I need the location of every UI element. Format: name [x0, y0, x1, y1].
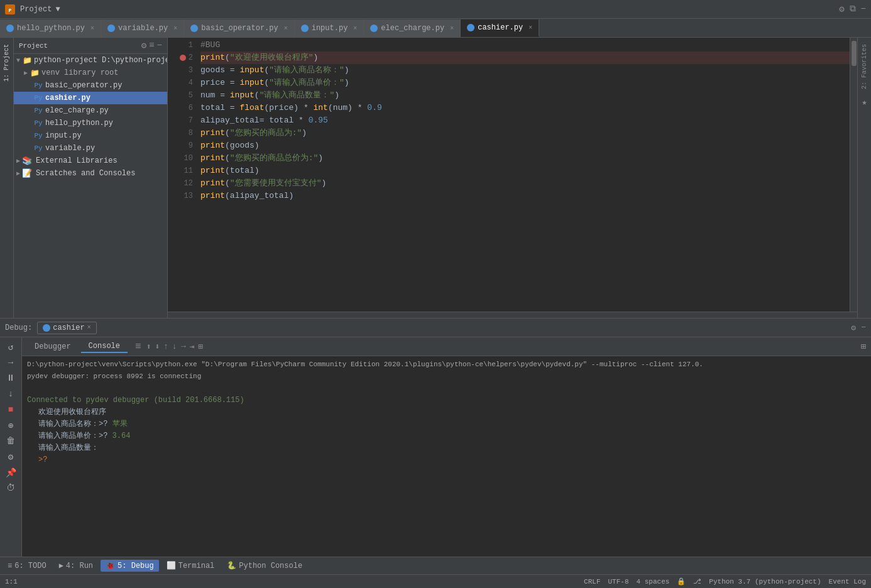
- python-console-tab[interactable]: 🐍 Python Console: [222, 560, 307, 572]
- tab-elec-charge[interactable]: elec_charge.py ×: [364, 19, 461, 37]
- left-vertical-strip: 1: Project: [0, 38, 14, 318]
- rerun-icon[interactable]: ↺: [4, 340, 18, 354]
- console-line-connected: Connected to pydev debugger (build 201.6…: [27, 395, 866, 406]
- console-line-quantity: 请输入商品数量：: [27, 442, 866, 454]
- tab-close-cashier[interactable]: ×: [529, 24, 532, 31]
- code-line-4: price = input("请输入商品单价："): [200, 77, 850, 89]
- console-line-1: D:\python-project\venv\Scripts\python.ex…: [27, 359, 866, 371]
- terminal-tab[interactable]: ⬜ Terminal: [162, 560, 220, 572]
- scratches-label: Scratches and Consoles: [36, 169, 135, 178]
- debug-session-tab[interactable]: cashier ×: [37, 322, 96, 334]
- debug-session-close[interactable]: ×: [87, 324, 91, 331]
- tree-item-variable[interactable]: Py variable.py: [14, 142, 167, 155]
- status-line-ending[interactable]: CRLF: [584, 578, 600, 585]
- tab-input[interactable]: input.py ×: [295, 19, 364, 37]
- tab-close-basic[interactable]: ×: [284, 25, 288, 32]
- project-vert-tab[interactable]: 1: Project: [2, 40, 11, 85]
- code-line-3: goods = input("请输入商品名称："): [200, 64, 850, 77]
- debug-options-icon[interactable]: ⊕: [4, 418, 18, 432]
- step-into2-icon[interactable]: ↓: [172, 342, 177, 352]
- stop-icon[interactable]: ■: [4, 403, 18, 416]
- tab-close-input[interactable]: ×: [353, 25, 357, 32]
- tree-item-input[interactable]: Py input.py: [14, 129, 167, 142]
- code-line-12: print("您需要使用支付宝支付"): [200, 177, 850, 190]
- tab-close-hello[interactable]: ×: [90, 25, 94, 32]
- pin-icon[interactable]: 📌: [4, 466, 18, 479]
- tree-item-venv[interactable]: ▶ 📁 venv library root: [14, 67, 167, 79]
- clear-icon[interactable]: 🗑: [4, 434, 18, 448]
- tab-close-elec[interactable]: ×: [450, 25, 454, 32]
- sidebar: Project ⚙ ≡ − ▼ 📁 python-project D:\pyth…: [14, 38, 168, 318]
- tree-item-cashier[interactable]: Py cashier.py: [14, 92, 167, 104]
- code-editor[interactable]: #BUG print("欢迎使用收银台程序") goods = input("请…: [198, 38, 850, 312]
- status-line-col[interactable]: 1:1: [5, 578, 18, 585]
- tab-console[interactable]: Console: [81, 340, 128, 353]
- vertical-scrollbar[interactable]: [850, 38, 857, 312]
- horizontal-scrollbar[interactable]: [168, 312, 857, 318]
- todo-tab[interactable]: ≡ 6: TODO: [3, 560, 52, 572]
- sidebar-hide-icon[interactable]: ≡: [149, 40, 154, 51]
- split-icon[interactable]: ⧉: [850, 4, 856, 14]
- tab-basic-operator[interactable]: basic_operator.py ×: [184, 19, 294, 37]
- external-libs-label: External Libraries: [36, 156, 118, 165]
- status-python-version[interactable]: Python 3.7 (python-project): [709, 578, 821, 585]
- layout-icon[interactable]: ⊞: [861, 341, 866, 352]
- folder-icon: 📁: [30, 68, 40, 78]
- run-tab[interactable]: ▶ 4: Run: [54, 560, 98, 572]
- nav-down-icon[interactable]: ⬇: [155, 342, 160, 352]
- step-out-icon[interactable]: ↑: [163, 342, 168, 352]
- py-icon: [6, 24, 14, 32]
- step-over-icon[interactable]: →: [4, 356, 18, 369]
- tree-item-scratches[interactable]: ▶ 📝 Scratches and Consoles: [14, 167, 167, 180]
- tab-variable[interactable]: variable.py ×: [101, 19, 184, 37]
- py-icon: [301, 24, 309, 32]
- tree-item-external-libs[interactable]: ▶ 📚 External Libraries: [14, 155, 167, 167]
- tree-item-basic-operator[interactable]: Py basic_operator.py: [14, 79, 167, 92]
- tree-item-project[interactable]: ▼ 📁 python-project D:\python-projec: [14, 54, 167, 67]
- sidebar-settings-icon[interactable]: ⚙: [141, 40, 146, 51]
- code-line-10: print("您购买的商品总价为:"): [200, 152, 850, 165]
- project-folder-label: python-project D:\python-projec: [34, 56, 167, 65]
- tab-cashier[interactable]: cashier.py ×: [461, 19, 539, 37]
- nav-up-icon[interactable]: ⬆: [146, 342, 151, 352]
- project-dropdown[interactable]: Project: [20, 5, 52, 14]
- tab-close-variable[interactable]: ×: [173, 25, 177, 32]
- settings-icon[interactable]: ⚙: [851, 323, 856, 333]
- favorites-vert-label[interactable]: 2: Favorites: [861, 40, 868, 93]
- tree-item-elec-charge[interactable]: Py elec_charge.py: [14, 104, 167, 117]
- minimize-icon[interactable]: −: [861, 4, 866, 14]
- tab-hello-python[interactable]: hello_python.py ×: [0, 19, 101, 37]
- status-indent[interactable]: 4 spaces: [637, 578, 670, 585]
- clock-icon[interactable]: ⏱: [4, 481, 18, 495]
- star-icon[interactable]: ★: [862, 97, 867, 107]
- settings2-icon[interactable]: ⚙: [4, 450, 18, 464]
- file-tree: ▼ 📁 python-project D:\python-projec ▶ 📁 …: [14, 54, 167, 318]
- editor-content[interactable]: 1 2 3 4 5 6 7 8 9 10 11 12 13: [168, 38, 857, 312]
- code-line-1: #BUG: [200, 39, 850, 52]
- frame-icon[interactable]: ⊞: [199, 342, 204, 352]
- step-into-icon[interactable]: ↓: [4, 387, 18, 401]
- resume-icon[interactable]: ⏸: [4, 371, 18, 385]
- tree-item-hello-python[interactable]: Py hello_python.py: [14, 117, 167, 129]
- console-output[interactable]: D:\python-project\venv\Scripts\python.ex…: [22, 356, 871, 557]
- settings-icon[interactable]: ⚙: [839, 4, 844, 14]
- cashier-label: cashier.py: [45, 94, 90, 102]
- py-file-icon: Py: [33, 143, 43, 153]
- variable-label: variable.py: [45, 144, 95, 153]
- status-encoding[interactable]: UTF-8: [608, 578, 629, 585]
- lib-icon: 📚: [22, 156, 32, 166]
- step-over2-icon[interactable]: →: [181, 342, 186, 352]
- tab-debugger[interactable]: Debugger: [27, 341, 79, 352]
- code-line-5: num = input("请输入商品数量："): [200, 89, 850, 102]
- minimize-panel-icon[interactable]: −: [861, 323, 866, 333]
- console-menu-icon[interactable]: ≡: [135, 341, 141, 352]
- event-log-link[interactable]: Event Log: [829, 578, 866, 585]
- run-to-icon[interactable]: ⇥: [190, 342, 195, 352]
- sidebar-minimize-icon[interactable]: −: [157, 40, 162, 51]
- sidebar-toolbar: ⚙ ≡ −: [141, 40, 162, 51]
- session-py-icon: [43, 324, 50, 332]
- debug-tab[interactable]: 🐞 5: Debug: [101, 560, 159, 572]
- breakpoint-indicator[interactable]: [180, 55, 186, 61]
- title-project-label[interactable]: Project ▼: [20, 5, 60, 14]
- app-logo: P: [5, 4, 15, 14]
